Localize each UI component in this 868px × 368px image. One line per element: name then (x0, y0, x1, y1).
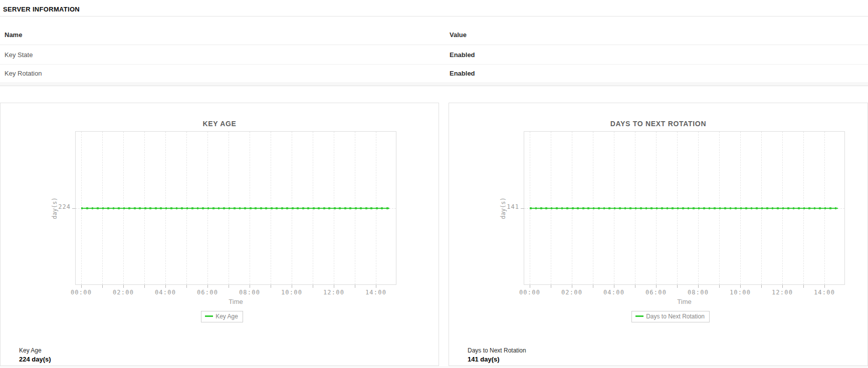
days-to-next-rotation-chart-plot: day(s) 141 00:00 02:00 04:00 06:00 08:00… (524, 131, 845, 285)
x-tick-label: 14:00 (358, 289, 393, 296)
server-information-header: SERVER INFORMATION (0, 0, 868, 17)
series-point-markers (81, 207, 389, 209)
x-axis-tick (677, 285, 678, 288)
x-axis-tick (635, 285, 635, 288)
x-tick-label: 08:00 (681, 289, 716, 296)
row-value: Enabled (450, 70, 868, 77)
y-axis-title: day(s) (500, 197, 507, 219)
x-axis-tick (144, 285, 145, 288)
table-header-row: Name Value (0, 17, 868, 45)
page-background-strip (0, 366, 868, 368)
chart-title: KEY AGE (1, 120, 439, 128)
summary-value: 141 day(s) (468, 355, 526, 363)
x-tick-label: 02:00 (554, 289, 589, 296)
x-axis-tick (551, 285, 551, 288)
x-axis-tick (355, 285, 355, 288)
legend-label: Key Age (215, 313, 238, 320)
x-axis-tick (530, 285, 530, 288)
y-axis-tick (72, 208, 76, 209)
legend-key-age[interactable]: Key Age (201, 311, 243, 322)
x-axis-tick (271, 285, 271, 288)
x-axis-tick (186, 285, 187, 288)
x-tick-label: 08:00 (232, 289, 267, 296)
table-row: Key Rotation Enabled (0, 65, 868, 82)
y-tick-label: 224 (58, 203, 71, 210)
x-tick-label: 10:00 (274, 289, 309, 296)
x-tick-label: 00:00 (64, 289, 99, 296)
x-axis-title: Time (75, 298, 396, 305)
x-axis-tick (614, 285, 614, 288)
x-tick-label: 04:00 (596, 289, 631, 296)
x-axis-tick (656, 285, 657, 288)
x-tick-label: 06:00 (190, 289, 225, 296)
series-point-markers (530, 207, 838, 209)
x-axis-tick (719, 285, 720, 288)
x-axis-tick (376, 285, 376, 288)
x-axis-tick (123, 285, 124, 288)
x-axis-tick (593, 285, 593, 288)
y-axis-title: day(s) (51, 197, 58, 219)
legend-label: Days to Next Rotation (646, 313, 705, 320)
row-value: Enabled (450, 51, 868, 59)
x-axis-tick (81, 285, 82, 288)
y-axis-tick (521, 208, 524, 209)
summary-label: Key Age (19, 347, 51, 354)
x-axis-tick (165, 285, 166, 288)
days-to-next-rotation-panel: DAYS TO NEXT ROTATION day(s) 141 00:00 0… (449, 103, 868, 366)
x-tick-label: 10:00 (723, 289, 758, 296)
series-line-swatch (205, 315, 213, 317)
x-axis-tick (229, 285, 229, 288)
x-tick-label: 06:00 (638, 289, 674, 296)
key-age-chart-plot: day(s) 224 00:00 02:00 04:00 06:00 08:00… (75, 131, 396, 285)
x-axis-title: Time (524, 298, 845, 305)
key-age-panel: KEY AGE day(s) 224 00:00 02:00 04:00 06:… (0, 103, 439, 366)
x-axis-tick (102, 285, 103, 288)
row-name: Key State (0, 51, 450, 59)
column-header-value: Value (450, 31, 868, 39)
key-age-summary: Key Age 224 day(s) (19, 347, 51, 363)
page-title: SERVER INFORMATION (3, 6, 80, 13)
x-axis-tick (250, 285, 250, 288)
y-tick-label: 141 (507, 203, 519, 210)
x-tick-label: 12:00 (316, 289, 351, 296)
x-axis-tick (292, 285, 292, 288)
summary-label: Days to Next Rotation (468, 347, 526, 354)
x-axis-tick (761, 285, 762, 288)
chart-title: DAYS TO NEXT ROTATION (449, 120, 867, 128)
legend-days-to-next-rotation[interactable]: Days to Next Rotation (631, 311, 710, 322)
section-divider (0, 82, 868, 86)
x-tick-label: 14:00 (807, 289, 842, 296)
x-tick-label: 00:00 (512, 289, 547, 296)
summary-value: 224 day(s) (19, 355, 51, 363)
server-information-table: Name Value Key State Enabled Key Rotatio… (0, 17, 868, 82)
x-axis-tick (313, 285, 313, 288)
table-row: Key State Enabled (0, 45, 868, 65)
column-header-name: Name (0, 31, 450, 39)
days-to-next-rotation-summary: Days to Next Rotation 141 day(s) (468, 347, 526, 363)
x-tick-label: 04:00 (148, 289, 183, 296)
legend-row: Key Age (47, 311, 397, 322)
row-name: Key Rotation (0, 70, 450, 77)
x-axis-tick (698, 285, 699, 288)
series-line-swatch (635, 315, 643, 317)
x-axis-tick (782, 285, 783, 288)
charts-row: KEY AGE day(s) 224 00:00 02:00 04:00 06:… (0, 103, 868, 366)
x-tick-label: 12:00 (765, 289, 800, 296)
x-axis-tick (803, 285, 804, 288)
x-axis-tick (824, 285, 825, 288)
x-axis-tick (207, 285, 208, 288)
x-axis-tick (572, 285, 572, 288)
x-axis-tick (740, 285, 741, 288)
x-tick-label: 02:00 (106, 289, 141, 296)
x-axis-tick (334, 285, 334, 288)
legend-row: Days to Next Rotation (495, 311, 846, 322)
